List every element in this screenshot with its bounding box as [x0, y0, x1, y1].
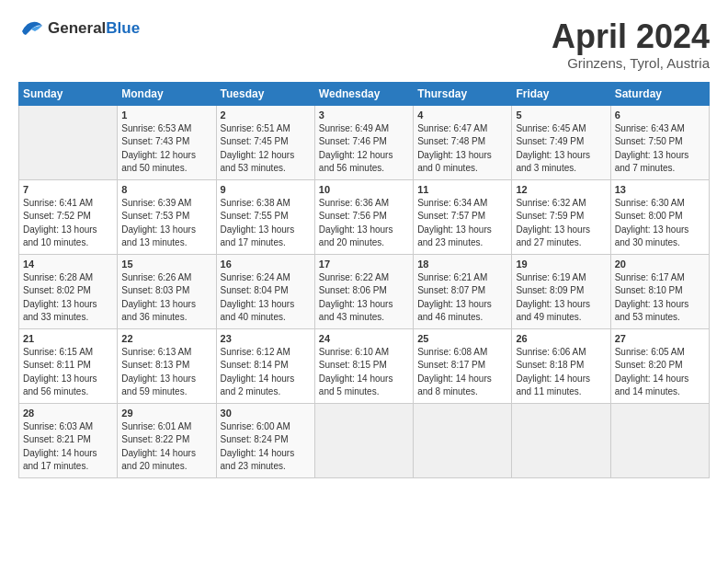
day-cell: 22Sunrise: 6:13 AMSunset: 8:13 PMDayligh…: [118, 328, 216, 403]
day-cell: 1Sunrise: 6:53 AMSunset: 7:43 PMDaylight…: [118, 105, 216, 179]
logo: GeneralBlue: [18, 18, 140, 39]
day-info: Sunrise: 6:53 AMSunset: 7:43 PMDaylight:…: [121, 122, 211, 176]
day-info: Sunrise: 6:47 AMSunset: 7:48 PMDaylight:…: [417, 122, 507, 176]
day-number: 26: [516, 333, 606, 344]
col-wednesday: Wednesday: [314, 82, 413, 105]
day-number: 25: [417, 333, 507, 344]
col-monday: Monday: [118, 82, 216, 105]
day-number: 22: [121, 333, 211, 344]
day-info: Sunrise: 6:38 AMSunset: 7:55 PMDaylight:…: [221, 197, 311, 250]
day-info: Sunrise: 6:49 AMSunset: 7:46 PMDaylight:…: [319, 122, 409, 176]
day-cell: 27Sunrise: 6:05 AMSunset: 8:20 PMDayligh…: [610, 328, 709, 403]
day-number: 4: [417, 109, 507, 121]
day-info: Sunrise: 6:19 AMSunset: 8:09 PMDaylight:…: [516, 271, 606, 325]
logo-blue: Blue: [106, 19, 140, 37]
day-info: Sunrise: 6:00 AMSunset: 8:24 PMDaylight:…: [221, 420, 311, 474]
logo-general: General: [48, 19, 106, 37]
day-info: Sunrise: 6:36 AMSunset: 7:56 PMDaylight:…: [319, 197, 409, 250]
col-saturday: Saturday: [610, 82, 709, 105]
day-cell: 23Sunrise: 6:12 AMSunset: 8:14 PMDayligh…: [216, 328, 314, 403]
day-number: 29: [121, 408, 211, 419]
day-info: Sunrise: 6:10 AMSunset: 8:15 PMDaylight:…: [319, 346, 409, 399]
day-cell: 10Sunrise: 6:36 AMSunset: 7:56 PMDayligh…: [314, 179, 413, 254]
day-number: 9: [221, 184, 311, 195]
week-row-3: 21Sunrise: 6:15 AMSunset: 8:11 PMDayligh…: [19, 328, 710, 403]
day-cell: 17Sunrise: 6:22 AMSunset: 8:06 PMDayligh…: [314, 254, 413, 328]
location-subtitle: Grinzens, Tyrol, Austria: [552, 55, 710, 71]
day-info: Sunrise: 6:30 AMSunset: 8:00 PMDaylight:…: [615, 197, 705, 250]
day-cell: 28Sunrise: 6:03 AMSunset: 8:21 PMDayligh…: [19, 403, 118, 477]
day-number: 8: [121, 184, 211, 195]
day-cell: [610, 403, 709, 477]
day-cell: 4Sunrise: 6:47 AMSunset: 7:48 PMDaylight…: [414, 105, 512, 179]
day-number: 19: [516, 259, 606, 270]
day-info: Sunrise: 6:24 AMSunset: 8:04 PMDaylight:…: [221, 271, 311, 325]
day-cell: 3Sunrise: 6:49 AMSunset: 7:46 PMDaylight…: [314, 105, 413, 179]
day-info: Sunrise: 6:05 AMSunset: 8:20 PMDaylight:…: [615, 346, 705, 399]
day-cell: [414, 403, 512, 477]
day-number: 12: [516, 184, 606, 195]
week-row-2: 14Sunrise: 6:28 AMSunset: 8:02 PMDayligh…: [19, 254, 710, 328]
day-number: 7: [23, 184, 113, 195]
day-number: 30: [221, 408, 311, 419]
day-number: 5: [516, 109, 606, 121]
logo-text: GeneralBlue: [48, 19, 140, 38]
day-number: 6: [615, 109, 705, 121]
week-row-0: 1Sunrise: 6:53 AMSunset: 7:43 PMDaylight…: [19, 105, 710, 179]
day-number: 18: [417, 259, 507, 270]
day-info: Sunrise: 6:39 AMSunset: 7:53 PMDaylight:…: [121, 197, 211, 250]
day-number: 21: [23, 333, 113, 344]
day-cell: 6Sunrise: 6:43 AMSunset: 7:50 PMDaylight…: [610, 105, 709, 179]
col-thursday: Thursday: [414, 82, 512, 105]
day-number: 16: [221, 259, 311, 270]
day-cell: 21Sunrise: 6:15 AMSunset: 8:11 PMDayligh…: [19, 328, 118, 403]
day-number: 10: [319, 184, 409, 195]
day-cell: 26Sunrise: 6:06 AMSunset: 8:18 PMDayligh…: [512, 328, 610, 403]
day-number: 2: [221, 109, 311, 121]
day-number: 1: [121, 109, 211, 121]
day-cell: 18Sunrise: 6:21 AMSunset: 8:07 PMDayligh…: [414, 254, 512, 328]
day-cell: 9Sunrise: 6:38 AMSunset: 7:55 PMDaylight…: [216, 179, 314, 254]
day-cell: 15Sunrise: 6:26 AMSunset: 8:03 PMDayligh…: [118, 254, 216, 328]
day-number: 15: [121, 259, 211, 270]
day-cell: 7Sunrise: 6:41 AMSunset: 7:52 PMDaylight…: [19, 179, 118, 254]
day-number: 3: [319, 109, 409, 121]
day-cell: 25Sunrise: 6:08 AMSunset: 8:17 PMDayligh…: [414, 328, 512, 403]
header: GeneralBlue April 2024 Grinzens, Tyrol, …: [18, 18, 710, 71]
day-cell: 14Sunrise: 6:28 AMSunset: 8:02 PMDayligh…: [19, 254, 118, 328]
day-cell: [19, 105, 118, 179]
day-cell: 13Sunrise: 6:30 AMSunset: 8:00 PMDayligh…: [610, 179, 709, 254]
day-cell: 20Sunrise: 6:17 AMSunset: 8:10 PMDayligh…: [610, 254, 709, 328]
week-row-1: 7Sunrise: 6:41 AMSunset: 7:52 PMDaylight…: [19, 179, 710, 254]
day-number: 14: [23, 259, 113, 270]
day-number: 27: [615, 333, 705, 344]
day-number: 23: [221, 333, 311, 344]
day-cell: 12Sunrise: 6:32 AMSunset: 7:59 PMDayligh…: [512, 179, 610, 254]
day-info: Sunrise: 6:08 AMSunset: 8:17 PMDaylight:…: [417, 346, 507, 399]
day-number: 13: [615, 184, 705, 195]
col-tuesday: Tuesday: [216, 82, 314, 105]
col-friday: Friday: [512, 82, 610, 105]
day-info: Sunrise: 6:22 AMSunset: 8:06 PMDaylight:…: [319, 271, 409, 325]
day-cell: 30Sunrise: 6:00 AMSunset: 8:24 PMDayligh…: [216, 403, 314, 477]
day-number: 11: [417, 184, 507, 195]
day-cell: 19Sunrise: 6:19 AMSunset: 8:09 PMDayligh…: [512, 254, 610, 328]
day-info: Sunrise: 6:13 AMSunset: 8:13 PMDaylight:…: [121, 346, 211, 399]
day-cell: [314, 403, 413, 477]
day-info: Sunrise: 6:26 AMSunset: 8:03 PMDaylight:…: [121, 271, 211, 325]
day-info: Sunrise: 6:34 AMSunset: 7:57 PMDaylight:…: [417, 197, 507, 250]
week-row-4: 28Sunrise: 6:03 AMSunset: 8:21 PMDayligh…: [19, 403, 710, 477]
day-info: Sunrise: 6:15 AMSunset: 8:11 PMDaylight:…: [23, 346, 113, 399]
logo-icon: [18, 18, 44, 39]
col-sunday: Sunday: [19, 82, 118, 105]
day-number: 28: [23, 408, 113, 419]
day-cell: 11Sunrise: 6:34 AMSunset: 7:57 PMDayligh…: [414, 179, 512, 254]
day-number: 20: [615, 259, 705, 270]
day-cell: 29Sunrise: 6:01 AMSunset: 8:22 PMDayligh…: [118, 403, 216, 477]
day-cell: 2Sunrise: 6:51 AMSunset: 7:45 PMDaylight…: [216, 105, 314, 179]
day-cell: 16Sunrise: 6:24 AMSunset: 8:04 PMDayligh…: [216, 254, 314, 328]
calendar-table: Sunday Monday Tuesday Wednesday Thursday…: [18, 82, 710, 478]
day-cell: 24Sunrise: 6:10 AMSunset: 8:15 PMDayligh…: [314, 328, 413, 403]
day-info: Sunrise: 6:43 AMSunset: 7:50 PMDaylight:…: [615, 122, 705, 176]
day-number: 17: [319, 259, 409, 270]
